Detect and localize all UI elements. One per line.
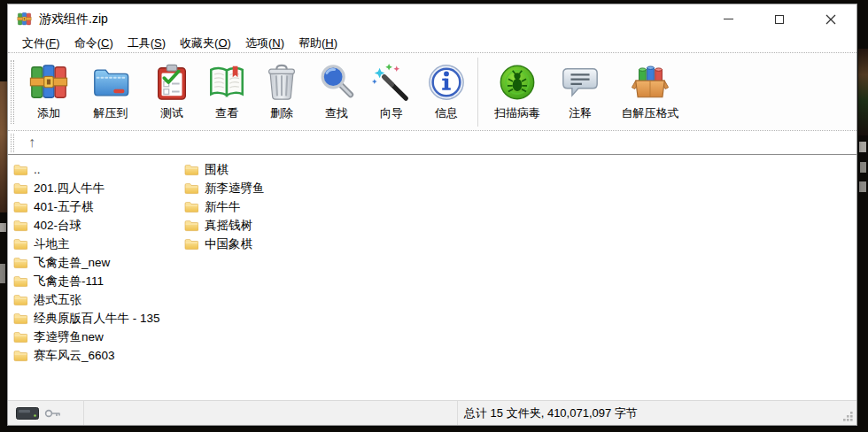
desktop-fragment bbox=[860, 162, 866, 173]
wizard-button[interactable]: 向导 bbox=[366, 58, 417, 127]
list-item[interactable]: 真摇钱树 bbox=[184, 216, 265, 235]
list-item[interactable]: 新李逵劈鱼 bbox=[184, 179, 265, 197]
comment-button[interactable]: 注释 bbox=[554, 58, 606, 127]
file-list[interactable]: .. 201.四人牛牛 401-五子棋 402-台球 斗地主 飞禽走兽_new … bbox=[8, 154, 856, 400]
up-directory-button[interactable]: ↑ bbox=[20, 133, 43, 152]
desktop-fragment bbox=[0, 81, 7, 212]
minimize-button[interactable] bbox=[702, 4, 754, 34]
find-icon bbox=[316, 62, 357, 103]
list-item[interactable]: 经典原版百人牛牛 - 135 bbox=[13, 309, 160, 328]
folder-icon bbox=[184, 164, 198, 176]
wizard-icon bbox=[371, 62, 412, 103]
menu-favorites[interactable]: 收藏夹(O) bbox=[173, 34, 238, 53]
extract-to-icon bbox=[90, 62, 131, 103]
virus-scan-button[interactable]: 扫描病毒 bbox=[484, 58, 551, 127]
view-file-icon bbox=[206, 62, 247, 103]
delete-icon bbox=[261, 62, 302, 103]
menubar: 文件(F) 命令(C) 工具(S) 收藏夹(O) 选项(N) 帮助(H) bbox=[8, 34, 856, 52]
address-bar: ↑ bbox=[8, 130, 856, 154]
folder-icon bbox=[13, 164, 27, 176]
file-list-column-2: 围棋 新李逵劈鱼 新牛牛 真摇钱树 中国象棋 bbox=[184, 160, 265, 253]
titlebar[interactable]: 游戏组件.zip bbox=[8, 4, 856, 34]
folder-icon bbox=[13, 201, 27, 213]
delete-button[interactable]: 删除 bbox=[256, 58, 307, 127]
toolbar-gripper[interactable] bbox=[11, 60, 14, 124]
statusbar-icons bbox=[8, 401, 84, 425]
maximize-icon bbox=[775, 15, 784, 24]
extract-to-button[interactable]: 解压到 bbox=[79, 58, 143, 127]
list-item[interactable]: 李逵劈鱼new bbox=[13, 328, 160, 346]
list-item[interactable]: 斗地主 bbox=[13, 235, 160, 253]
list-item[interactable]: 围棋 bbox=[184, 160, 265, 179]
key-icon[interactable] bbox=[44, 408, 62, 419]
folder-icon bbox=[13, 275, 27, 288]
list-item[interactable]: 201.四人牛牛 bbox=[13, 179, 160, 197]
list-item[interactable]: 飞禽走兽-111 bbox=[13, 272, 160, 290]
up-arrow-icon: ↑ bbox=[28, 135, 35, 150]
menu-file[interactable]: 文件(F) bbox=[15, 34, 67, 53]
menu-help[interactable]: 帮助(H) bbox=[291, 34, 345, 53]
statusbar-middle-panel bbox=[84, 401, 458, 425]
folder-icon bbox=[13, 220, 27, 232]
status-bar: 总计 15 文件夹, 410,071,097 字节 bbox=[8, 400, 856, 425]
maximize-button[interactable] bbox=[754, 4, 805, 34]
add-archive-icon bbox=[28, 62, 69, 103]
desktop-fragment bbox=[858, 49, 868, 135]
list-item[interactable]: 港式五张 bbox=[13, 290, 160, 309]
folder-icon bbox=[13, 294, 27, 306]
find-button[interactable]: 查找 bbox=[311, 58, 362, 127]
folder-icon bbox=[184, 238, 198, 251]
close-icon bbox=[825, 14, 836, 25]
minimize-icon bbox=[724, 19, 733, 19]
list-item[interactable]: 赛车风云_6603 bbox=[13, 346, 160, 365]
toolbar: 添加 解压到 测试 查看 删除 查找 bbox=[8, 52, 856, 130]
close-button[interactable] bbox=[805, 4, 856, 34]
desktop-fragment bbox=[0, 264, 5, 283]
folder-icon bbox=[13, 312, 27, 325]
add-button[interactable]: 添加 bbox=[22, 58, 75, 127]
desktop: 游戏组件.zip 文件(F) 命令(C) 工具(S) 收藏夹(O) 选项(N) … bbox=[0, 0, 868, 432]
file-list-column-1: .. 201.四人牛牛 401-五子棋 402-台球 斗地主 飞禽走兽_new … bbox=[13, 160, 160, 365]
list-item[interactable]: 新牛牛 bbox=[184, 197, 265, 216]
winrar-app-icon bbox=[17, 12, 32, 27]
sfx-icon bbox=[630, 62, 670, 103]
virus-scan-icon bbox=[497, 62, 538, 103]
archive-path-field[interactable] bbox=[43, 133, 856, 152]
sfx-button[interactable]: 自解压格式 bbox=[609, 58, 691, 127]
test-archive-icon bbox=[151, 62, 192, 103]
comment-icon bbox=[560, 62, 601, 103]
folder-icon bbox=[13, 350, 27, 362]
folder-icon bbox=[13, 182, 27, 195]
toolbar-separator bbox=[477, 58, 478, 127]
desktop-fragment bbox=[859, 142, 866, 152]
winrar-window: 游戏组件.zip 文件(F) 命令(C) 工具(S) 收藏夹(O) 选项(N) … bbox=[7, 4, 857, 426]
folder-icon bbox=[13, 257, 27, 269]
drive-icon[interactable] bbox=[16, 407, 39, 420]
menu-options[interactable]: 选项(N) bbox=[238, 34, 291, 53]
resize-grip[interactable] bbox=[842, 411, 854, 422]
folder-icon bbox=[184, 182, 198, 195]
desktop-fragment bbox=[859, 181, 866, 192]
desktop-fragment bbox=[0, 223, 6, 232]
folder-icon bbox=[13, 331, 27, 343]
test-button[interactable]: 测试 bbox=[146, 58, 198, 127]
list-item[interactable]: 飞禽走兽_new bbox=[13, 253, 160, 272]
addressbar-right-gripper[interactable] bbox=[11, 134, 14, 152]
list-item[interactable]: 401-五子棋 bbox=[13, 197, 160, 216]
window-title: 游戏组件.zip bbox=[39, 12, 108, 27]
info-button[interactable]: 信息 bbox=[421, 58, 472, 127]
menu-commands[interactable]: 命令(C) bbox=[67, 34, 120, 53]
info-icon bbox=[426, 62, 467, 103]
list-item[interactable]: 402-台球 bbox=[13, 216, 160, 235]
folder-icon bbox=[184, 201, 198, 213]
view-button[interactable]: 查看 bbox=[201, 58, 252, 127]
menu-tools[interactable]: 工具(S) bbox=[120, 34, 173, 53]
list-item[interactable]: 中国象棋 bbox=[184, 235, 265, 253]
folder-icon bbox=[184, 220, 198, 232]
list-item-parent-dir[interactable]: .. bbox=[13, 160, 160, 179]
folder-icon bbox=[13, 238, 27, 251]
statusbar-summary: 总计 15 文件夹, 410,071,097 字节 bbox=[458, 401, 856, 425]
